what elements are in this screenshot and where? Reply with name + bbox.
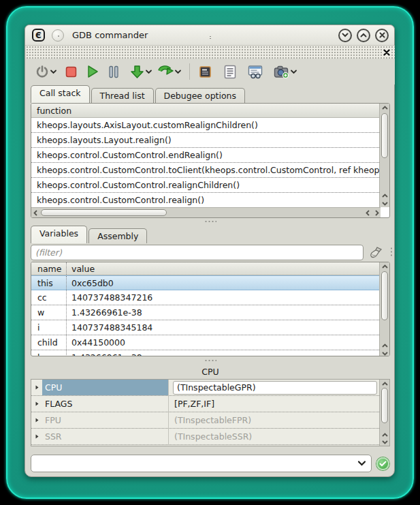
scrollbar-thumb[interactable] [381,388,388,423]
scrollbar-thumb[interactable] [381,113,388,158]
send-command-button[interactable] [376,457,389,470]
cpu-register-row[interactable]: FPU (TInspectableFPR) [31,412,379,429]
tab-debugee-options[interactable]: Debugee options [155,88,246,103]
chevron-down-icon [50,68,57,75]
dock-close-button[interactable] [382,48,391,57]
watch-variables-button[interactable] [246,62,264,81]
column-header-value[interactable]: value [67,264,95,274]
expand-arrow-icon[interactable] [31,384,42,391]
close-button[interactable] [375,29,389,42]
cpu-register-row[interactable]: SSR (TInspectableSSR) [31,429,379,445]
cpu-register-value: (TInspectableSSR) [169,431,252,442]
variable-row[interactable]: i 140737488345184 [31,320,379,335]
chip-icon [198,65,212,79]
tab-assembly[interactable]: Assembly [88,228,147,243]
step-into-button[interactable] [129,62,154,81]
variable-value: 1.43266961e-38 [67,352,142,356]
splitter-handle[interactable] [390,247,393,258]
splitter-handle[interactable] [204,359,216,362]
variable-row[interactable]: w 1.43266961e-38 [31,305,379,320]
cpu-register-name: FLAGS [42,396,169,412]
tab-thread-list[interactable]: Thread list [91,88,154,103]
camera-plus-icon [274,65,289,79]
app-logo-icon: Є [32,29,45,42]
document-lines-icon [224,65,236,79]
power-button[interactable] [34,62,59,81]
step-over-button[interactable] [157,62,183,81]
scrollbar-thumb[interactable] [381,271,388,320]
chevron-down-icon [342,33,349,37]
scroll-down-icon[interactable] [380,199,390,207]
chevron-down-icon [174,68,182,75]
callstack-row[interactable]: kheops.control.CustomControl.realignChil… [31,178,379,193]
expand-arrow-icon[interactable] [31,433,42,440]
scroll-up-icon[interactable] [380,104,390,112]
scroll-down-icon[interactable] [380,438,390,446]
close-icon [379,32,385,38]
splitter-handle[interactable] [204,220,216,223]
callstack-row[interactable]: kheops.layouts.Layout.realign() [31,133,379,148]
scroll-left-icon[interactable] [364,208,372,218]
callstack-row[interactable]: kheops.control.CustomControl.realign() [31,193,379,208]
variable-row[interactable]: this 0xc65db0 [31,275,379,290]
variable-name: child [31,335,67,350]
pause-icon [108,65,119,78]
dock-titlebar[interactable] [26,46,395,59]
variable-row[interactable]: h 1.43266961e-38 [31,350,379,356]
cpu-register-name: CPU [42,380,169,395]
gdb-commander-window: Є GDB commander [25,25,395,477]
gdb-command-combobox[interactable] [31,455,372,472]
callstack-row[interactable]: kheops.layouts.AxisLayout.customRealignC… [31,118,379,133]
tab-variables[interactable]: Variables [31,226,87,243]
snapshot-button[interactable] [272,62,299,81]
check-circle-icon [379,461,387,467]
scroll-up-icon[interactable] [380,380,390,388]
brush-icon[interactable] [368,245,383,260]
callstack-horizontal-scrollbar[interactable] [31,207,381,217]
minimize-button[interactable] [338,29,352,42]
variable-name: i [31,320,67,335]
cpu-register-value-editor[interactable]: (TInspectableGPR) [173,381,377,395]
close-icon [383,49,390,56]
variables-vertical-scrollbar[interactable] [379,262,389,356]
dock-handle[interactable] [210,35,211,39]
stop-button[interactable] [64,62,78,81]
shade-button[interactable] [357,29,370,42]
tab-call-stack[interactable]: Call stack [31,85,90,103]
run-button[interactable] [85,62,100,81]
cpu-vertical-scrollbar[interactable] [379,380,389,446]
variables-panel: name value this 0xc65db0 cc 140737488347… [31,262,390,356]
cpu-inspector-title: CPU [31,365,390,379]
callstack-vertical-scrollbar[interactable] [379,104,389,207]
column-header-function[interactable]: function [31,104,379,118]
cpu-register-value: [PF,ZF,IF] [169,399,214,409]
variable-row[interactable]: cc 140737488347216 [31,290,379,305]
cpu-inspector-button[interactable] [197,62,214,81]
variable-value: 0xc65db0 [67,278,114,288]
cpu-register-row[interactable]: CPU (TInspectableGPR) [31,380,379,396]
callstack-row[interactable]: kheops.control.CustomControl.endRealign(… [31,148,379,163]
command-log-button[interactable] [223,62,238,81]
scroll-up-icon[interactable] [380,262,390,271]
column-header-name[interactable]: name [31,262,67,275]
scroll-down-icon[interactable] [380,349,390,356]
chevron-down-icon [290,68,297,75]
expand-arrow-icon[interactable] [31,401,42,407]
scrollbar-thumb[interactable] [41,209,167,216]
scroll-left-icon[interactable] [31,208,39,218]
toolbar-separator [189,63,191,80]
filter-input[interactable] [31,245,364,260]
cpu-register-name: SSR [42,429,169,444]
variable-row[interactable]: child 0x44150000 [31,335,379,350]
chevron-down-icon [145,68,152,75]
cpu-register-row[interactable]: FLAGS [PF,ZF,IF] [31,396,379,412]
titlebar-dot-button[interactable] [52,29,64,42]
scroll-right-icon[interactable] [372,208,381,218]
pause-button[interactable] [107,62,120,81]
expand-arrow-icon[interactable] [31,417,42,423]
chevron-down-icon[interactable] [357,460,366,467]
call-stack-panel: function kheops.layouts.AxisLayout.custo… [31,103,390,218]
chevron-up-icon [360,33,367,37]
variable-name: w [31,305,67,320]
callstack-row[interactable]: kheops.control.CustomControl.toClient(kh… [31,163,379,178]
